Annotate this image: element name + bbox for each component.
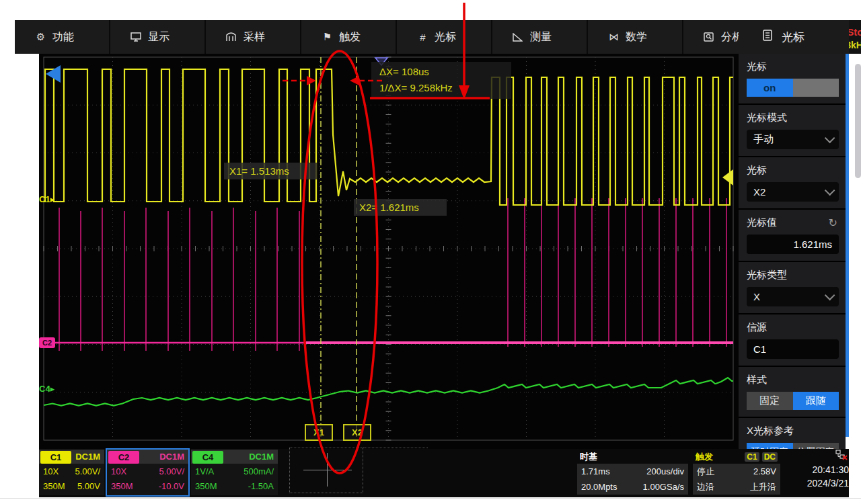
- c2-tab[interactable]: C2: [108, 451, 139, 464]
- cursor-type-label: 光标类型: [747, 269, 787, 282]
- menu-label: 功能: [52, 30, 74, 44]
- trigger-level: 2.58V: [753, 466, 776, 476]
- waveform-svg: [39, 54, 739, 449]
- trigger-slope: 上升沿: [750, 481, 776, 493]
- clock-box: 20:41:30 2024/3/21: [784, 450, 849, 495]
- trigger-source: C1: [745, 452, 759, 462]
- menu-item-function[interactable]: ⚙ 功能: [15, 20, 110, 54]
- cursor-select-label: 光标: [747, 164, 767, 177]
- cursor-crosshatch-icon: #: [417, 32, 428, 43]
- source-label: 信源: [747, 321, 767, 334]
- gear-icon: ⚙: [35, 31, 46, 43]
- menu-item-measure[interactable]: 测量: [492, 20, 588, 54]
- c2-coupling: DC1M: [159, 452, 184, 462]
- c4-channel-marker[interactable]: C4▸: [39, 384, 54, 394]
- c1-offset: 5.00V: [77, 481, 100, 491]
- clipboard-icon: [763, 30, 772, 44]
- c1-bandwidth: 350M: [43, 481, 65, 491]
- inverse-delta-x-value: 1/ΔX= 9.258kHz: [379, 80, 511, 96]
- menu-item-cursor[interactable]: # 光标: [397, 20, 492, 54]
- page-scrollbar-thumb[interactable]: [855, 64, 861, 178]
- cursor-settings-panel: 光标 on 光标模式 手动 光标 X2 光标值 ↻ 1.6: [739, 54, 846, 449]
- chevron-down-icon: [825, 290, 835, 301]
- dotted-track: [363, 448, 428, 448]
- cursor-select-section: 光标 X2: [739, 157, 846, 210]
- timebase-delay: 1.71ms: [581, 466, 610, 476]
- timebase-box[interactable]: 时基 1.71ms200us/div 20.0Mpts1.00GSa/s: [577, 450, 688, 495]
- cursor-enable-section: 光标 on: [739, 54, 846, 105]
- trigger-title: 触发: [696, 451, 713, 463]
- c1-descriptor-box[interactable]: C1DC1M 10X5.00V/ 350M5.00V: [39, 450, 104, 495]
- menu-item-display[interactable]: 显示: [110, 20, 206, 54]
- chevron-down-icon: [825, 133, 835, 144]
- menu-item-trigger[interactable]: ⚑ 触发: [301, 20, 397, 54]
- trigger-level-marker[interactable]: [722, 169, 733, 185]
- clock-date: 2024/3/21: [784, 478, 849, 489]
- panel-scrollbar[interactable]: [846, 54, 849, 437]
- style-follow-option[interactable]: 跟随: [793, 392, 839, 410]
- c2-channel-marker[interactable]: C2: [39, 337, 55, 348]
- x2-cursor-handle[interactable]: X2: [343, 424, 371, 441]
- cursor-delta-readout: ΔX= 108us 1/ΔX= 9.258kHz: [371, 62, 511, 99]
- menu-item-math[interactable]: ⋈ 数学: [588, 20, 683, 54]
- trigger-flag-icon: ⚑: [322, 31, 333, 43]
- cursor-panel-header: 光标: [739, 20, 849, 54]
- menu-label: 显示: [148, 30, 170, 44]
- delta-x-value: ΔX= 108us: [379, 64, 511, 80]
- trigger-box[interactable]: 触发 C1 DC 停止2.58V 边沿上升沿: [693, 450, 780, 495]
- c4-atten: 1V/A: [195, 466, 214, 476]
- cursor-value-field[interactable]: 1.621ms: [747, 235, 839, 254]
- menu-label: 触发: [339, 30, 361, 44]
- menu-bar: ⚙ 功能 显示 采样 ⚑ 触发 # 光标 测量 ⋈ 数学 分析: [15, 20, 739, 54]
- waveform-display[interactable]: ΔX= 108us 1/ΔX= 9.258kHz X1= 1.513ms X2=…: [39, 54, 739, 449]
- cursor-mode-label: 光标模式: [747, 112, 787, 124]
- measure-icon: [513, 33, 524, 42]
- analyze-icon: [704, 32, 715, 42]
- c4-scale: 500mA/: [244, 466, 274, 476]
- cursor-type-section: 光标类型 X: [739, 262, 846, 314]
- cursor-type-dropdown[interactable]: X: [747, 287, 839, 306]
- sample-rate: 1.00GSa/s: [643, 482, 684, 492]
- display-icon: [130, 32, 142, 42]
- timebase-title: 时基: [580, 451, 597, 463]
- c4-tab[interactable]: C4: [192, 451, 223, 464]
- c2-offset: -10.0V: [159, 481, 184, 491]
- page: ⚙ 功能 显示 采样 ⚑ 触发 # 光标 测量 ⋈ 数学 分析: [0, 0, 861, 504]
- zoom-preview-box: [289, 448, 363, 493]
- cursor-off-option[interactable]: [793, 79, 839, 97]
- menu-item-sampling[interactable]: 采样: [206, 20, 301, 54]
- c1-tab[interactable]: C1: [40, 451, 71, 464]
- network-disconnected-icon: [784, 450, 849, 462]
- clock-time: 20:41:30: [784, 464, 849, 475]
- menu-label: 光标: [435, 30, 456, 44]
- cursor-select-dropdown[interactable]: X2: [747, 182, 839, 202]
- menu-label: 采样: [244, 30, 265, 44]
- x1-readout: X1= 1.513ms: [224, 163, 317, 179]
- trigger-type: 边沿: [697, 481, 714, 493]
- preview-crosshair-v: [327, 453, 328, 487]
- style-label: 样式: [747, 374, 767, 386]
- source-section: 信源 C1: [739, 314, 846, 367]
- c1-channel-marker[interactable]: C1▸: [39, 194, 54, 204]
- cursor-value-label: 光标值: [747, 216, 777, 229]
- sampling-icon: [226, 32, 237, 42]
- math-icon: ⋈: [608, 31, 620, 43]
- menu-label: 测量: [530, 30, 552, 44]
- x1-cursor-handle[interactable]: X1: [305, 424, 333, 441]
- panel-title: 光标: [782, 30, 804, 45]
- c2-descriptor-box[interactable]: C2DC1M 10X5.00V/ 350M-10.0V: [106, 448, 190, 497]
- right-arrow-icon: ▸: [50, 384, 55, 394]
- c4-offset: -1.50A: [248, 481, 274, 491]
- refresh-icon[interactable]: ↻: [829, 216, 837, 229]
- timebase-scale: 200us/div: [646, 466, 684, 476]
- source-field[interactable]: C1: [747, 339, 839, 359]
- c4-descriptor-box[interactable]: C4DC1M 1V/A500mA/ 350M-1.50A: [191, 450, 278, 495]
- cursor-mode-dropdown[interactable]: 手动: [747, 130, 839, 149]
- trigger-state: 停止: [697, 466, 714, 478]
- x2-readout: X2= 1.621ms: [354, 199, 447, 216]
- acquisition-state[interactable]: Stop: [847, 26, 861, 38]
- style-fixed-option[interactable]: 固定: [747, 392, 793, 410]
- c4-bandwidth: 350M: [195, 481, 217, 491]
- c1-scale: 5.00V/: [75, 466, 100, 476]
- cursor-on-option[interactable]: on: [747, 79, 793, 97]
